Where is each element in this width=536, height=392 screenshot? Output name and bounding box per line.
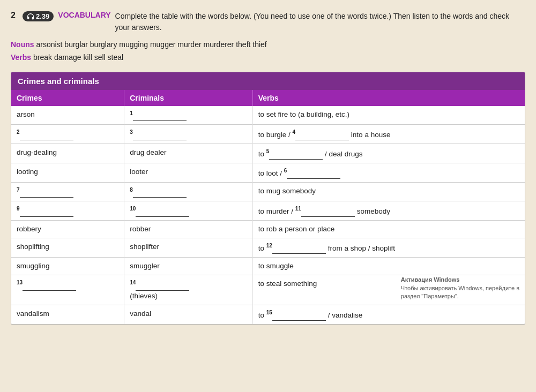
crime-cell: 7: [11, 182, 124, 201]
crime-cell: 9: [11, 201, 124, 221]
crime-cell: smuggling: [11, 258, 124, 275]
col-header-criminals: Criminals: [124, 90, 253, 106]
table-row: 7 8 to mug somebody: [11, 182, 525, 201]
verb-cell: to rob a person or place: [252, 221, 525, 238]
crimes-table-container: Crimes and criminals Crimes Criminals Ve…: [11, 72, 525, 325]
criminal-cell: 3: [124, 125, 253, 144]
verb-cell: to murder / 11 somebody: [252, 201, 525, 221]
col-header-crimes: Crimes: [11, 90, 124, 106]
criminal-cell: smuggler: [124, 258, 253, 275]
word-list: Nouns arsonist burglar burglary mugging …: [11, 39, 525, 64]
table-row: 9 10 to murder / 11 somebody: [11, 201, 525, 221]
criminal-cell: robber: [124, 221, 253, 238]
verb-cell: to 5 / deal drugs: [252, 144, 525, 163]
instruction-text: Complete the table with the words below.…: [115, 11, 525, 33]
criminal-cell: vandal: [124, 305, 253, 324]
verb-cell: to smuggle: [252, 258, 525, 275]
criminal-cell: 14(thieves): [124, 275, 253, 305]
nouns-label: Nouns: [11, 40, 34, 49]
nouns-words: arsonist burglar burglary mugging mugger…: [36, 40, 266, 49]
criminal-cell: shoplifter: [124, 238, 253, 258]
table-header-row: Crimes Criminals Verbs: [11, 90, 525, 106]
crime-cell: robbery: [11, 221, 124, 238]
verb-cell: to loot / 6: [252, 163, 525, 182]
criminal-cell: looter: [124, 163, 253, 182]
crime-cell: arson: [11, 106, 124, 125]
criminal-cell: 10: [124, 201, 253, 221]
crime-cell: vandalism: [11, 305, 124, 324]
table-row: smuggling smuggler to smuggle: [11, 258, 525, 275]
verb-cell: to steal something Активация Windows Что…: [252, 275, 525, 305]
verbs-words: break damage kill sell steal: [33, 53, 123, 62]
crime-cell: drug-dealing: [11, 144, 124, 163]
table-row: drug-dealing drug dealer to 5 / deal dru…: [11, 144, 525, 163]
question-header: 2 2.39 VOCABULARY Complete the table wit…: [11, 11, 525, 33]
crime-cell: 13: [11, 275, 124, 305]
verb-cell: to 12 from a shop / shoplift: [252, 238, 525, 258]
crime-cell: shoplifting: [11, 238, 124, 258]
question-number: 2: [11, 11, 18, 20]
col-header-verbs: Verbs: [252, 90, 525, 106]
table-row: shoplifting shoplifter to 12 from a shop…: [11, 238, 525, 258]
criminal-cell: 1: [124, 106, 253, 125]
verbs-label: Verbs: [11, 53, 31, 62]
audio-badge[interactable]: 2.39: [23, 11, 54, 21]
table-row: vandalism vandal to 15 / vandalise: [11, 305, 525, 324]
headphones-icon: [27, 13, 34, 20]
vocab-label: VOCABULARY: [58, 11, 110, 19]
verb-cell: to burgle / 4 into a house: [252, 125, 525, 144]
crime-cell: 2: [11, 125, 124, 144]
table-row: 2 3 to burgle / 4 into a house: [11, 125, 525, 144]
table-title: Crimes and criminals: [11, 72, 525, 90]
criminal-cell: drug dealer: [124, 144, 253, 163]
verb-cell: to set fire to (a building, etc.): [252, 106, 525, 125]
table-row: looting looter to loot / 6: [11, 163, 525, 182]
verb-cell: to 15 / vandalise: [252, 305, 525, 324]
table-row: robbery robber to rob a person or place: [11, 221, 525, 238]
audio-number: 2.39: [36, 12, 49, 20]
criminal-cell: 8: [124, 182, 253, 201]
table-row: 13 14(thieves) to steal something Актива…: [11, 275, 525, 305]
crimes-table: Crimes Criminals Verbs arson 1 to set fi…: [11, 90, 525, 325]
table-row: arson 1 to set fire to (a building, etc.…: [11, 106, 525, 125]
crime-cell: looting: [11, 163, 124, 182]
verb-cell: to mug somebody: [252, 182, 525, 201]
